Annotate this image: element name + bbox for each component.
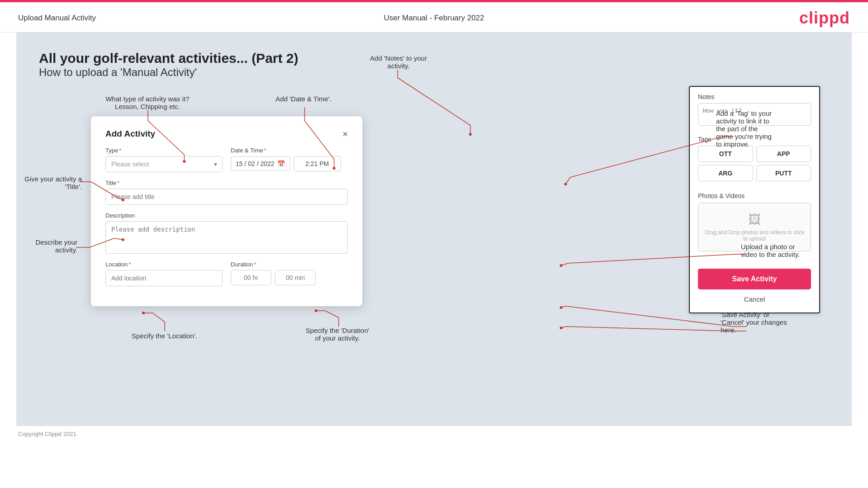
page-label: Upload Manual Activity: [18, 14, 96, 23]
type-label: Type*: [105, 147, 223, 154]
svg-point-9: [560, 306, 563, 309]
add-activity-dialog: Add Activity × Type* Please select ▾ Dat…: [91, 116, 362, 306]
date-value: 15 / 02 / 2022: [236, 160, 275, 167]
annotation-location: Specify the 'Location'.: [116, 332, 213, 340]
annotation-type: What type of activity was it? Lesson, Ch…: [100, 95, 195, 110]
tag-putt[interactable]: PUTT: [756, 165, 811, 181]
actions-section: Save Activity Cancel: [690, 262, 819, 313]
svg-point-7: [564, 183, 567, 185]
notes-section: Notes: [690, 87, 819, 132]
footer-label: Copyright Clippd 2021: [18, 431, 76, 437]
photos-section: Photos & Videos 🖼 Drag and Drop photos a…: [690, 190, 819, 262]
title-field-label: Title*: [105, 180, 348, 186]
right-panel: Notes Tags OTT APP ARG PUTT Photos & Vid…: [684, 86, 829, 313]
location-input[interactable]: [105, 270, 223, 286]
tags-section: Tags OTT APP ARG PUTT: [690, 132, 819, 190]
photos-label: Photos & Videos: [698, 192, 811, 199]
tag-ott[interactable]: OTT: [698, 146, 753, 162]
save-activity-button[interactable]: Save Activity: [698, 269, 811, 289]
title-group: Title*: [105, 180, 348, 205]
dialog-header: Add Activity ×: [105, 129, 348, 139]
dialog-title: Add Activity: [105, 129, 155, 139]
datetime-label: Date & Time*: [231, 147, 348, 154]
type-select[interactable]: Please select: [105, 156, 223, 172]
duration-group: Duration*: [231, 261, 348, 286]
notes-textarea[interactable]: [698, 103, 811, 126]
svg-point-8: [560, 264, 563, 267]
photo-drop-zone[interactable]: 🖼 Drag and Drop photos and videos or cli…: [698, 203, 811, 251]
cancel-button[interactable]: Cancel: [744, 293, 765, 305]
time-input[interactable]: [294, 156, 341, 171]
annotation-description: Describe your activity.: [16, 238, 77, 254]
datetime-inputs: 15 / 02 / 2022 📅: [231, 156, 348, 171]
tags-label: Tags: [698, 136, 811, 143]
annotation-save: 'Save Activity' or 'Cancel' your changes…: [721, 311, 847, 334]
page-title-sub: How to upload a 'Manual Activity': [39, 66, 829, 79]
title-input[interactable]: [105, 189, 348, 205]
close-button[interactable]: ×: [342, 129, 348, 138]
location-duration-row: Location* Duration*: [105, 261, 348, 286]
notes-label: Notes: [698, 93, 811, 100]
page-title-block: All your golf-relevant activities... (Pa…: [39, 51, 829, 79]
main-content: All your golf-relevant activities... (Pa…: [16, 33, 852, 426]
duration-label: Duration*: [231, 261, 348, 268]
duration-inputs: [231, 270, 348, 285]
description-label: Description: [105, 212, 348, 219]
description-textarea[interactable]: [105, 221, 348, 254]
annotation-title: Give your activity a 'Title'.: [16, 175, 82, 190]
duration-hr-input[interactable]: [231, 270, 271, 285]
date-input[interactable]: 15 / 02 / 2022 📅: [231, 156, 290, 171]
svg-point-4: [142, 312, 145, 314]
svg-point-5: [314, 309, 317, 312]
footer: Copyright Clippd 2021: [0, 426, 868, 442]
location-label: Location*: [105, 261, 223, 268]
duration-min-input[interactable]: [275, 270, 316, 285]
tags-grid: OTT APP ARG PUTT: [698, 146, 811, 181]
tag-arg[interactable]: ARG: [698, 165, 753, 181]
photo-drop-text: Drag and Drop photos and videos or click…: [705, 229, 804, 242]
datetime-group: Date & Time* 15 / 02 / 2022 📅: [231, 147, 348, 172]
manual-label: User Manual - February 2022: [384, 14, 484, 23]
description-group: Description: [105, 212, 348, 254]
calendar-icon: 📅: [277, 160, 285, 167]
tag-app[interactable]: APP: [756, 146, 811, 162]
annotation-duration: Specify the 'Duration' of your activity.: [279, 327, 396, 342]
logo: clippd: [799, 9, 850, 28]
type-group: Type* Please select ▾: [105, 147, 223, 172]
svg-point-6: [469, 133, 472, 136]
phone-screen: Notes Tags OTT APP ARG PUTT Photos & Vid…: [689, 86, 820, 313]
page-title-bold: All your golf-relevant activities... (Pa…: [39, 51, 829, 66]
type-datetime-row: Type* Please select ▾ Date & Time* 15 / …: [105, 147, 348, 172]
photo-icon: 🖼: [703, 212, 806, 227]
svg-point-10: [560, 327, 563, 329]
top-bar: Upload Manual Activity User Manual - Feb…: [0, 2, 868, 33]
location-group: Location*: [105, 261, 223, 286]
annotation-datetime: Add 'Date & Time'.: [261, 95, 346, 103]
type-select-wrapper: Please select ▾: [105, 156, 223, 172]
